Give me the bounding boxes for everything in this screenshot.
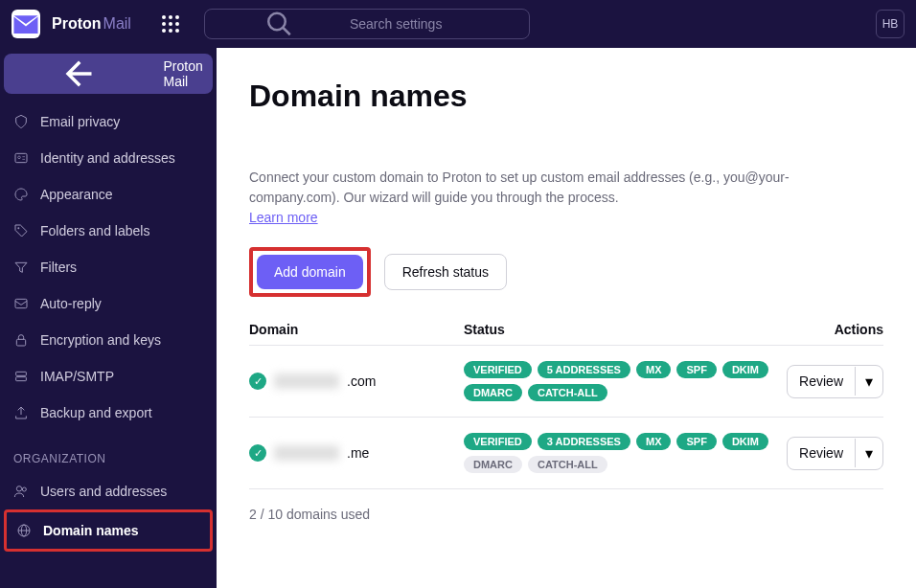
- shield-icon: [13, 114, 29, 129]
- domain-tld: .com: [347, 373, 376, 389]
- svg-point-3: [18, 156, 21, 159]
- logo-icon: [11, 10, 40, 38]
- domain-table: Domain Status Actions ✓ .com VERIFIED 5 …: [249, 314, 883, 489]
- sidebar-item-identity[interactable]: Identity and addresses: [4, 140, 213, 176]
- check-icon: ✓: [249, 373, 266, 390]
- domain-tld: .me: [347, 445, 369, 461]
- domain-name-redacted: [274, 445, 339, 461]
- sidebar: Proton Mail Email privacy Identity and a…: [0, 48, 217, 588]
- review-button[interactable]: Review ▾: [787, 437, 883, 470]
- status-badge: SPF: [676, 433, 716, 450]
- status-badges: VERIFIED 5 ADDRESSES MX SPF DKIM DMARC C…: [464, 361, 787, 401]
- arrow-left-icon: [4, 54, 156, 94]
- sidebar-item-appearance[interactable]: Appearance: [4, 176, 213, 213]
- sidebar-item-domain-names[interactable]: Domain names: [7, 512, 210, 549]
- logo-text: ProtonMail: [52, 15, 131, 33]
- search-input[interactable]: [350, 16, 517, 32]
- status-badge: CATCH-ALL: [528, 384, 607, 401]
- svg-rect-7: [15, 299, 27, 307]
- page-description: Connect your custom domain to Proton to …: [249, 168, 843, 208]
- sidebar-item-encryption[interactable]: Encryption and keys: [4, 322, 213, 358]
- domains-used-text: 2 / 10 domains used: [249, 507, 883, 522]
- svg-point-6: [17, 227, 19, 229]
- column-domain: Domain: [249, 322, 464, 337]
- sidebar-item-label: Backup and export: [40, 405, 152, 420]
- main-content: Domain names Connect your custom domain …: [217, 48, 916, 588]
- status-badge: 3 ADDRESSES: [538, 433, 630, 450]
- svg-rect-10: [16, 377, 27, 381]
- status-badge: DKIM: [722, 361, 768, 378]
- sidebar-item-label: Auto-reply: [40, 296, 102, 311]
- reply-icon: [13, 296, 29, 311]
- id-icon: [13, 150, 29, 166]
- page-title: Domain names: [249, 79, 883, 114]
- svg-rect-8: [16, 339, 25, 346]
- sidebar-item-label: Users and addresses: [40, 484, 167, 499]
- learn-more-link[interactable]: Learn more: [249, 210, 318, 225]
- back-button[interactable]: Proton Mail: [4, 54, 213, 94]
- users-icon: [13, 484, 29, 499]
- apps-menu-icon[interactable]: [162, 15, 179, 33]
- sidebar-item-autoreply[interactable]: Auto-reply: [4, 285, 213, 322]
- search-box[interactable]: [204, 9, 530, 39]
- chevron-down-icon: ▾: [856, 366, 882, 397]
- add-domain-button[interactable]: Add domain: [257, 255, 363, 289]
- svg-rect-9: [16, 372, 27, 375]
- lock-icon: [13, 332, 29, 348]
- topbar: ProtonMail HB: [0, 0, 916, 48]
- svg-point-11: [16, 486, 21, 491]
- chevron-down-icon: ▾: [856, 438, 882, 469]
- sidebar-item-label: Domain names: [43, 523, 139, 538]
- sidebar-item-folders[interactable]: Folders and labels: [4, 213, 213, 249]
- status-badge: MX: [636, 433, 672, 450]
- globe-icon: [16, 523, 32, 538]
- sidebar-item-filters[interactable]: Filters: [4, 249, 213, 285]
- sidebar-item-backup[interactable]: Backup and export: [4, 395, 213, 431]
- server-icon: [13, 369, 29, 384]
- sidebar-item-email-privacy[interactable]: Email privacy: [4, 103, 213, 140]
- sidebar-item-label: Identity and addresses: [40, 150, 175, 166]
- status-badge: VERIFIED: [464, 433, 532, 450]
- column-actions: Actions: [788, 322, 883, 337]
- sidebar-item-label: Appearance: [40, 187, 113, 202]
- status-badge: SPF: [676, 361, 716, 378]
- sidebar-item-label: Encryption and keys: [40, 332, 161, 348]
- column-status: Status: [464, 322, 788, 337]
- search-icon: [217, 10, 342, 38]
- sidebar-item-imap[interactable]: IMAP/SMTP: [4, 358, 213, 395]
- domain-name-redacted: [274, 373, 339, 389]
- filter-icon: [13, 260, 29, 275]
- status-badges: VERIFIED 3 ADDRESSES MX SPF DKIM DMARC C…: [464, 433, 787, 473]
- sidebar-item-users[interactable]: Users and addresses: [4, 473, 213, 509]
- svg-rect-2: [15, 153, 27, 162]
- sidebar-item-label: IMAP/SMTP: [40, 369, 114, 384]
- table-row: ✓ .com VERIFIED 5 ADDRESSES MX SPF DKIM …: [249, 346, 883, 418]
- refresh-status-button[interactable]: Refresh status: [384, 254, 507, 290]
- svg-point-12: [22, 487, 26, 491]
- palette-icon: [13, 187, 29, 202]
- review-label: Review: [788, 367, 856, 396]
- sidebar-item-label: Email privacy: [40, 114, 120, 129]
- sidebar-section-organization: ORGANIZATION: [4, 431, 213, 473]
- status-badge: DKIM: [722, 433, 768, 450]
- sidebar-item-label: Filters: [40, 260, 77, 275]
- user-avatar[interactable]: HB: [876, 10, 905, 38]
- status-badge: MX: [636, 361, 672, 378]
- review-button[interactable]: Review ▾: [787, 365, 883, 398]
- status-badge: VERIFIED: [464, 361, 532, 378]
- status-badge: DMARC: [464, 384, 522, 401]
- tag-icon: [13, 223, 29, 238]
- status-badge: 5 ADDRESSES: [538, 361, 630, 378]
- svg-point-0: [268, 13, 286, 31]
- back-button-label: Proton Mail: [164, 58, 213, 89]
- check-icon: ✓: [249, 444, 266, 462]
- upload-icon: [13, 405, 29, 420]
- table-row: ✓ .me VERIFIED 3 ADDRESSES MX SPF DKIM D…: [249, 418, 883, 489]
- status-badge: DMARC: [464, 456, 522, 473]
- svg-line-1: [283, 28, 290, 35]
- review-label: Review: [788, 439, 856, 467]
- status-badge: CATCH-ALL: [528, 456, 607, 473]
- sidebar-item-label: Folders and labels: [40, 223, 149, 238]
